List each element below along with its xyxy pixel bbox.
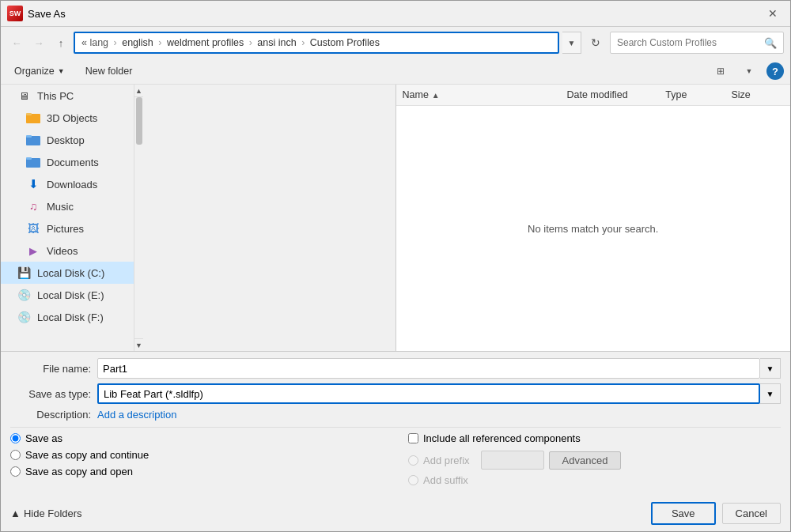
main-area: 🖥 This PC 3D Objects Desktop bbox=[1, 85, 790, 351]
search-input[interactable] bbox=[617, 37, 764, 48]
save-copy-continue-radio[interactable] bbox=[10, 450, 21, 460]
save-as-type-value: Lib Feat Part (*.sldlfp) bbox=[104, 388, 203, 400]
sidebar-item-local-disk-f[interactable]: 💿 Local Disk (F:) bbox=[1, 306, 134, 328]
path-text: « lang › english › weldment profiles › a… bbox=[81, 37, 380, 48]
sidebar-item-videos[interactable]: ▶ Videos bbox=[1, 240, 134, 262]
file-name-input-wrapper[interactable] bbox=[97, 358, 760, 379]
advanced-button[interactable]: Advanced bbox=[549, 451, 622, 470]
view-button[interactable]: ⊞ bbox=[710, 62, 732, 81]
save-as-radio[interactable] bbox=[10, 433, 21, 443]
address-dropdown[interactable]: ▼ bbox=[562, 32, 581, 54]
prefix-input[interactable] bbox=[481, 451, 544, 470]
view-dropdown-button[interactable]: ▼ bbox=[738, 62, 760, 81]
col-header-name[interactable]: Name ▲ bbox=[403, 89, 567, 100]
sidebar-label-this-pc: This PC bbox=[37, 90, 74, 102]
up-button[interactable]: ↑ bbox=[51, 33, 70, 52]
save-copy-open-radio[interactable] bbox=[10, 466, 21, 477]
file-area: Name ▲ Date modified Type Size No items … bbox=[396, 85, 791, 351]
add-prefix-radio[interactable] bbox=[408, 455, 418, 466]
save-copy-continue-label[interactable]: Save as copy and continue bbox=[25, 449, 149, 461]
path-sep: « lang bbox=[81, 37, 108, 48]
sidebar-item-documents[interactable]: Documents bbox=[1, 151, 134, 173]
sidebar-item-3d-objects[interactable]: 3D Objects bbox=[1, 107, 134, 129]
file-name-label: File name: bbox=[10, 363, 97, 375]
description-label: Description: bbox=[10, 409, 97, 421]
sidebar-item-music[interactable]: ♫ Music bbox=[1, 195, 134, 217]
radio-save-copy-open[interactable]: Save as copy and open bbox=[10, 466, 383, 477]
save-as-type-dropdown[interactable]: ▼ bbox=[760, 383, 781, 404]
sidebar-label-desktop: Desktop bbox=[47, 134, 85, 146]
music-icon: ♫ bbox=[26, 199, 40, 213]
cancel-button[interactable]: Cancel bbox=[722, 503, 781, 524]
radio-save-as[interactable]: Save as bbox=[10, 432, 383, 444]
sidebar-item-pictures[interactable]: 🖼 Pictures bbox=[1, 217, 134, 240]
sidebar-label-local-disk-f: Local Disk (F:) bbox=[37, 311, 104, 323]
sidebar-item-this-pc[interactable]: 🖥 This PC bbox=[1, 85, 134, 107]
add-description-link[interactable]: Add a description bbox=[97, 409, 176, 421]
sidebar-item-downloads[interactable]: ⬇ Downloads bbox=[1, 173, 134, 195]
downloads-icon: ⬇ bbox=[26, 177, 40, 191]
documents-folder-icon bbox=[26, 155, 40, 169]
radio-save-copy-continue[interactable]: Save as copy and continue bbox=[10, 449, 383, 461]
col-header-size[interactable]: Size bbox=[731, 89, 784, 100]
hide-folders-button[interactable]: ▲ Hide Folders bbox=[10, 507, 82, 519]
close-button[interactable]: ✕ bbox=[762, 6, 784, 21]
save-as-radio-label[interactable]: Save as bbox=[25, 432, 62, 444]
sidebar-label-downloads: Downloads bbox=[47, 179, 97, 191]
sidebar-label-documents: Documents bbox=[47, 157, 99, 168]
add-prefix-label[interactable]: Add prefix bbox=[423, 455, 470, 466]
include-components-option: Include all referenced components bbox=[408, 432, 781, 444]
add-prefix-row: Add prefix Advanced bbox=[408, 451, 781, 470]
add-suffix-row: Add suffix bbox=[408, 474, 781, 486]
pictures-icon: 🖼 bbox=[26, 221, 40, 236]
sidebar-scroll-down[interactable]: ▼ bbox=[134, 338, 143, 351]
include-components-label[interactable]: Include all referenced components bbox=[423, 432, 581, 444]
help-icon: ? bbox=[772, 66, 778, 77]
options-left: Save as Save as copy and continue Save a… bbox=[10, 432, 383, 491]
sidebar: 🖥 This PC 3D Objects Desktop bbox=[1, 85, 134, 351]
app-icon: SW bbox=[7, 6, 23, 21]
file-empty-message: No items match your search. bbox=[396, 106, 791, 351]
sidebar-scroll-thumb[interactable] bbox=[136, 97, 142, 145]
view-dropdown-icon: ▼ bbox=[746, 67, 753, 75]
sidebar-item-desktop[interactable]: Desktop bbox=[1, 129, 134, 151]
videos-icon: ▶ bbox=[26, 243, 40, 258]
description-row: Description: Add a description bbox=[10, 409, 781, 421]
file-name-dropdown[interactable]: ▼ bbox=[760, 358, 781, 379]
address-path[interactable]: « lang › english › weldment profiles › a… bbox=[74, 32, 559, 54]
back-button[interactable]: ← bbox=[7, 33, 26, 52]
dialog-title: Save As bbox=[28, 8, 66, 20]
col-header-date[interactable]: Date modified bbox=[566, 89, 665, 100]
forward-button[interactable]: → bbox=[29, 33, 48, 52]
svg-rect-6 bbox=[26, 157, 32, 160]
pc-icon: 🖥 bbox=[17, 89, 31, 103]
file-name-input[interactable] bbox=[103, 363, 755, 375]
include-components-checkbox[interactable] bbox=[408, 433, 418, 443]
file-name-row: File name: ▼ bbox=[10, 358, 781, 379]
sort-icon: ▲ bbox=[432, 91, 440, 100]
bottom-buttons: ▲ Hide Folders Save Cancel bbox=[10, 496, 781, 525]
organize-label: Organize bbox=[14, 66, 55, 77]
add-suffix-label[interactable]: Add suffix bbox=[423, 474, 468, 486]
svg-rect-2 bbox=[26, 113, 32, 115]
title-bar-left: SW Save As bbox=[7, 6, 66, 21]
address-bar: ← → ↑ « lang › english › weldment profil… bbox=[1, 27, 790, 58]
disk-c-icon: 💾 bbox=[17, 266, 31, 280]
sidebar-item-local-disk-c[interactable]: 💾 Local Disk (C:) bbox=[1, 262, 134, 284]
search-icon: 🔍 bbox=[764, 37, 777, 49]
sidebar-item-local-disk-e[interactable]: 💿 Local Disk (E:) bbox=[1, 284, 134, 306]
save-copy-open-label[interactable]: Save as copy and open bbox=[25, 466, 133, 477]
sidebar-label-music: Music bbox=[47, 201, 74, 213]
help-button[interactable]: ? bbox=[766, 62, 784, 80]
save-as-type-row: Save as type: Lib Feat Part (*.sldlfp) ▼ bbox=[10, 383, 781, 404]
sidebar-scrollbar[interactable]: ▲ ▼ bbox=[134, 85, 143, 351]
organize-button[interactable]: Organize ▼ bbox=[7, 62, 72, 80]
search-box[interactable]: 🔍 bbox=[610, 32, 784, 54]
add-suffix-radio[interactable] bbox=[408, 475, 418, 485]
sidebar-scroll-up[interactable]: ▲ bbox=[134, 85, 143, 97]
save-button[interactable]: Save bbox=[651, 502, 716, 525]
col-header-type[interactable]: Type bbox=[665, 89, 731, 100]
refresh-button[interactable]: ↻ bbox=[585, 32, 607, 54]
new-folder-button[interactable]: New folder bbox=[78, 62, 140, 80]
save-as-type-select[interactable]: Lib Feat Part (*.sldlfp) bbox=[97, 383, 760, 404]
